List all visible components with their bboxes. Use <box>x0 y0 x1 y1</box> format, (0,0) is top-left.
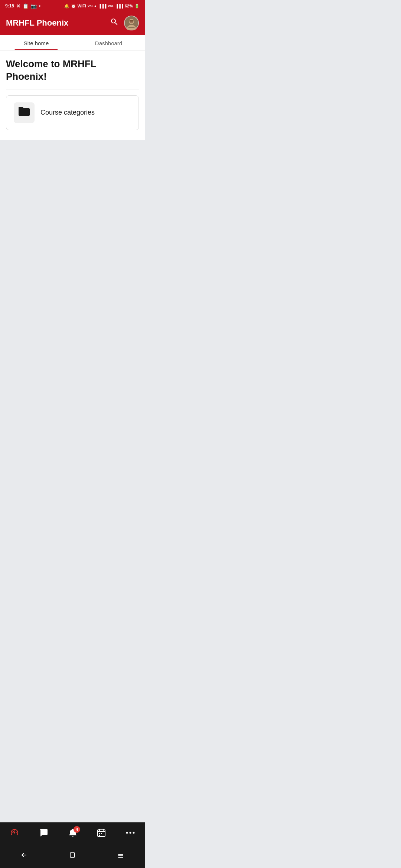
battery-percent: 62% <box>125 4 133 8</box>
nav-notifications[interactable]: 4 <box>62 826 83 842</box>
course-categories-card[interactable]: Course categories <box>6 95 139 130</box>
svg-rect-8 <box>101 833 102 834</box>
lte2-icon: VoL <box>108 4 114 8</box>
svg-point-10 <box>126 832 128 834</box>
signal-bars: ▐▐▐ <box>98 4 106 8</box>
svg-rect-9 <box>99 835 100 836</box>
tab-dashboard[interactable]: Dashboard <box>72 35 145 50</box>
status-left: 9:15 ✕ 📋 📷 • <box>5 3 40 9</box>
status-bar: 9:15 ✕ 📋 📷 • 🔔 ⏰ WiFi VoL▲ ▐▐▐ VoL ▐▐▐ 6… <box>0 0 145 12</box>
header-actions <box>110 16 139 30</box>
nav-calendar[interactable] <box>91 826 111 841</box>
dot-indicator: • <box>39 3 40 9</box>
alarm-icon: 🔔 <box>64 4 69 9</box>
app-icon-2: 📷 <box>31 3 37 9</box>
tab-site-home[interactable]: Site home <box>0 35 72 50</box>
main-content: Welcome to MRHFL Phoenix! Course categor… <box>0 50 145 140</box>
notification-badge: 4 <box>74 826 80 833</box>
speedometer-icon <box>9 828 20 840</box>
wifi-icon: WiFi <box>78 4 86 8</box>
folder-icon <box>18 106 30 119</box>
app-title: MRHFL Phoenix <box>6 18 68 28</box>
app-icon-1: 📋 <box>23 3 29 9</box>
chat-icon <box>39 828 49 840</box>
nav-more[interactable] <box>120 826 141 842</box>
status-right: 🔔 ⏰ WiFi VoL▲ ▐▐▐ VoL ▐▐▐ 62% 🔋 <box>64 4 140 9</box>
page-title: Welcome to MRHFL Phoenix! <box>6 58 139 83</box>
svg-point-12 <box>133 832 134 834</box>
nav-dashboard[interactable] <box>4 826 25 842</box>
svg-rect-4 <box>129 20 134 22</box>
lte1-icon: VoL▲ <box>88 4 97 8</box>
back-button[interactable] <box>13 849 35 863</box>
twitter-icon: ✕ <box>16 3 20 9</box>
avatar[interactable] <box>124 16 139 30</box>
battery-icon: 🔋 <box>134 4 140 9</box>
calendar-icon <box>97 828 106 840</box>
svg-rect-13 <box>70 853 75 857</box>
more-icon <box>125 828 136 840</box>
card-icon-wrap <box>14 102 35 123</box>
home-button[interactable] <box>61 849 84 863</box>
course-categories-label: Course categories <box>40 109 95 116</box>
app-wrapper: 9:15 ✕ 📋 📷 • 🔔 ⏰ WiFi VoL▲ ▐▐▐ VoL ▐▐▐ 6… <box>0 0 145 868</box>
signal-bars2: ▐▐▐ <box>115 4 123 8</box>
divider <box>6 89 139 89</box>
tab-bar: Site home Dashboard <box>0 35 145 50</box>
nav-messages[interactable] <box>33 826 54 842</box>
gray-area <box>0 140 145 822</box>
app-header: MRHFL Phoenix <box>0 12 145 35</box>
android-nav <box>0 845 145 868</box>
search-button[interactable] <box>110 17 119 29</box>
svg-rect-7 <box>99 833 100 834</box>
status-time: 9:15 <box>5 3 14 9</box>
recent-apps-button[interactable] <box>110 849 132 863</box>
svg-point-11 <box>129 832 131 834</box>
bottom-nav: 4 <box>0 822 145 845</box>
alarm2-icon: ⏰ <box>71 4 76 9</box>
